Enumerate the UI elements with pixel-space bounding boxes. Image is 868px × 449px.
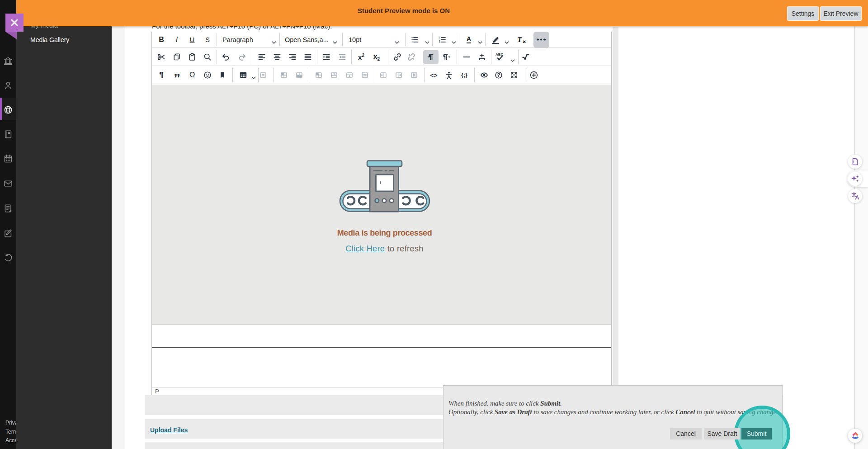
svg-text:3: 3 — [439, 41, 440, 43]
